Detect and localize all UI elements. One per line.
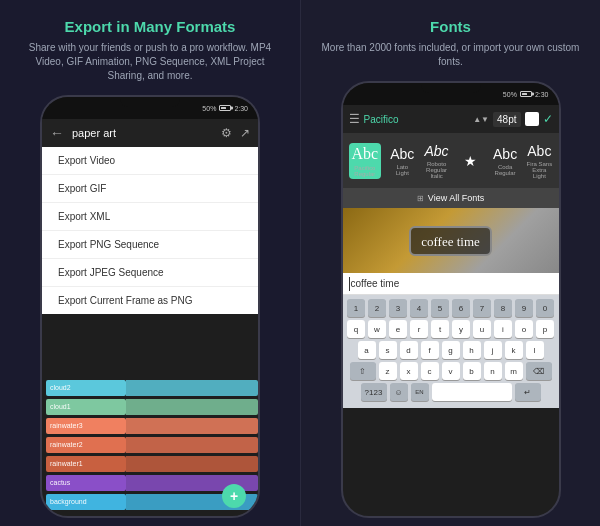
right-header: Fonts More than 2000 fonts included, or … — [301, 0, 600, 81]
key-b[interactable]: b — [463, 362, 481, 380]
key-z[interactable]: z — [379, 362, 397, 380]
canvas-text: coffee time — [421, 234, 480, 249]
font-arrows-icon[interactable]: ▲▼ — [473, 115, 489, 124]
check-icon[interactable]: ✓ — [543, 112, 553, 126]
font-sample-label-1: Pacifico Regular — [352, 165, 379, 177]
key-8[interactable]: 8 — [494, 299, 512, 317]
key-shift[interactable]: ⇧ — [350, 362, 376, 380]
key-2[interactable]: 2 — [368, 299, 386, 317]
key-7[interactable]: 7 — [473, 299, 491, 317]
key-r[interactable]: r — [410, 320, 428, 338]
key-5[interactable]: 5 — [431, 299, 449, 317]
key-n[interactable]: n — [484, 362, 502, 380]
key-h[interactable]: h — [463, 341, 481, 359]
font-sample-roboto[interactable]: Abc Roboto Regular Italic — [423, 143, 449, 179]
keyboard-row-a: a s d f g h j k l — [345, 341, 557, 359]
key-x[interactable]: x — [400, 362, 418, 380]
key-9[interactable]: 9 — [515, 299, 533, 317]
key-t[interactable]: t — [431, 320, 449, 338]
key-l[interactable]: l — [526, 341, 544, 359]
phone-notch — [120, 97, 180, 107]
key-k[interactable]: k — [505, 341, 523, 359]
status-right: 50% 2:30 — [202, 105, 248, 112]
settings-icon[interactable]: ⚙ — [221, 126, 232, 140]
left-header: Export in Many Formats Share with your f… — [0, 0, 300, 95]
key-y[interactable]: y — [452, 320, 470, 338]
export-current-frame[interactable]: Export Current Frame as PNG — [42, 287, 258, 314]
toolbar-icons: ⚙ ↗ — [221, 126, 250, 140]
key-j[interactable]: j — [484, 341, 502, 359]
key-f[interactable]: f — [421, 341, 439, 359]
key-a[interactable]: a — [358, 341, 376, 359]
font-sample-lato[interactable]: Abc Lato Light — [389, 146, 415, 176]
export-png-seq[interactable]: Export PNG Sequence — [42, 231, 258, 259]
font-size[interactable]: 48pt — [493, 112, 520, 127]
font-sample-star[interactable]: ★ — [458, 153, 484, 169]
key-p[interactable]: p — [536, 320, 554, 338]
right-phone-content: ☰ Pacifico ▲▼ 48pt ✓ Abc Pacifico Regula… — [343, 105, 559, 516]
right-phone: 50% 2:30 ☰ Pacifico ▲▼ 48pt ✓ Abc Pacifi… — [341, 81, 561, 518]
key-m[interactable]: m — [505, 362, 523, 380]
key-g[interactable]: g — [442, 341, 460, 359]
timeline-row[interactable]: cloud2 — [42, 379, 258, 397]
key-0[interactable]: 0 — [536, 299, 554, 317]
font-name[interactable]: Pacifico — [364, 114, 470, 125]
key-language[interactable]: EN — [411, 383, 429, 401]
key-u[interactable]: u — [473, 320, 491, 338]
canvas-text-badge: coffee time — [409, 226, 492, 256]
timeline-row[interactable]: cloud1 — [42, 398, 258, 416]
key-v[interactable]: v — [442, 362, 460, 380]
font-sample-fira[interactable]: Abc Fira Sans Extra Light — [526, 143, 552, 179]
share-icon[interactable]: ↗ — [240, 126, 250, 140]
fab-button[interactable]: + — [222, 484, 246, 508]
back-button[interactable]: ← — [50, 125, 64, 141]
key-space[interactable] — [432, 383, 512, 401]
export-menu: Export Video Export GIF Export XML Expor… — [42, 147, 258, 314]
key-e[interactable]: e — [389, 320, 407, 338]
export-video[interactable]: Export Video — [42, 147, 258, 175]
key-backspace[interactable]: ⌫ — [526, 362, 552, 380]
export-xml[interactable]: Export XML — [42, 203, 258, 231]
font-sample-label-4: Coda Regular — [492, 164, 518, 176]
timeline-bar — [126, 418, 258, 434]
keyboard-row-numbers: 1 2 3 4 5 6 7 8 9 0 — [345, 299, 557, 317]
key-d[interactable]: d — [400, 341, 418, 359]
hamburger-icon[interactable]: ☰ — [349, 112, 360, 126]
timeline-row[interactable]: rainwater2 — [42, 436, 258, 454]
right-description: More than 2000 fonts included, or import… — [321, 41, 580, 69]
timeline-label: cloud1 — [46, 399, 126, 415]
right-time-display: 2:30 — [535, 91, 549, 98]
text-input-area[interactable]: coffee time — [343, 273, 559, 295]
key-i[interactable]: i — [494, 320, 512, 338]
right-battery-percent: 50% — [503, 91, 517, 98]
color-swatch[interactable] — [525, 112, 539, 126]
key-c[interactable]: c — [421, 362, 439, 380]
key-s[interactable]: s — [379, 341, 397, 359]
view-all-fonts-row[interactable]: ⊞ View All Fonts — [343, 188, 559, 208]
key-6[interactable]: 6 — [452, 299, 470, 317]
timeline-row[interactable]: rainwater3 — [42, 417, 258, 435]
export-jpeg-seq[interactable]: Export JPEG Sequence — [42, 259, 258, 287]
font-sample-label-2: Lato Light — [389, 164, 415, 176]
key-enter[interactable]: ↵ — [515, 383, 541, 401]
timeline-label: cactus — [46, 475, 126, 491]
timeline-label: rainwater3 — [46, 418, 126, 434]
timeline-row[interactable]: rainwater1 — [42, 455, 258, 473]
font-sample-pacifico[interactable]: Abc Pacifico Regular — [349, 143, 382, 179]
key-4[interactable]: 4 — [410, 299, 428, 317]
right-battery-fill — [522, 93, 527, 95]
keyboard: 1 2 3 4 5 6 7 8 9 0 q w e r t y — [343, 295, 559, 408]
key-emoji[interactable]: ☺ — [390, 383, 408, 401]
key-3[interactable]: 3 — [389, 299, 407, 317]
export-gif[interactable]: Export GIF — [42, 175, 258, 203]
key-1[interactable]: 1 — [347, 299, 365, 317]
keyboard-row-z: ⇧ z x c v b n m ⌫ — [345, 362, 557, 380]
font-sample-coda[interactable]: Abc Coda Regular — [492, 146, 518, 176]
font-sample-text-4: Abc — [493, 146, 517, 162]
font-sample-label-3: Roboto Regular Italic — [423, 161, 449, 179]
key-o[interactable]: o — [515, 320, 533, 338]
key-q[interactable]: q — [347, 320, 365, 338]
key-symbols[interactable]: ?123 — [361, 383, 387, 401]
key-w[interactable]: w — [368, 320, 386, 338]
timeline-bar — [126, 399, 258, 415]
